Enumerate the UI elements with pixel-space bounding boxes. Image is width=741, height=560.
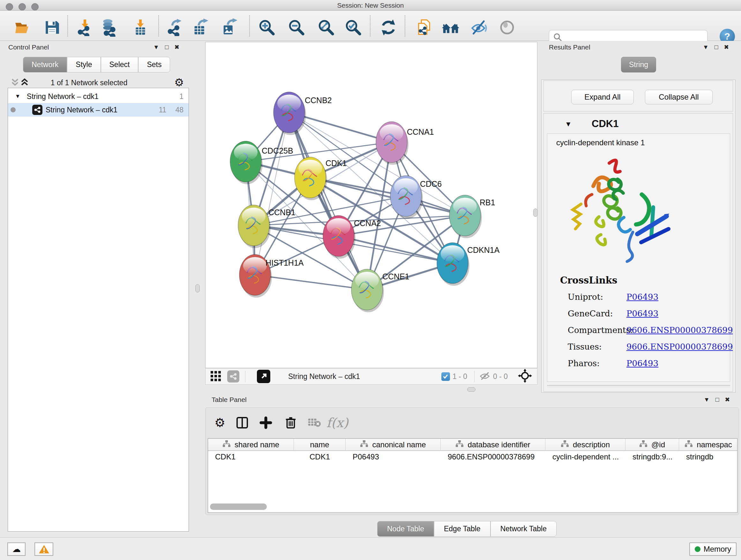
node-label-CCNA2: CCNA2 <box>354 219 381 228</box>
add-column-icon[interactable] <box>259 415 273 430</box>
edge-CCNB2-HIST1H1A[interactable] <box>255 112 289 275</box>
panel-close-icon[interactable]: ✖ <box>725 396 730 402</box>
results-panel-buttons: ▼ □ ✖ <box>703 44 729 50</box>
node-label-CCNB2: CCNB2 <box>305 96 332 105</box>
tab-sets[interactable]: Sets <box>138 57 170 72</box>
node-RB1[interactable]: RB1 <box>449 195 495 238</box>
search-input[interactable] <box>564 33 707 42</box>
crosslink-link[interactable]: P06493 <box>626 292 658 302</box>
tab-select[interactable]: Select <box>101 57 138 72</box>
network-row-selected[interactable]: String Network – cdk1 11 48 <box>8 103 189 117</box>
column-header-namespac[interactable]: namespac <box>679 439 738 451</box>
network-collection-row[interactable]: ▼ String Network – cdk1 1 <box>8 90 189 103</box>
network-canvas[interactable]: CCNB2CCNA1CDC25BCDK1CDC6RB1CCNB1CCNA2CDK… <box>205 42 537 368</box>
panel-menu-icon[interactable]: ▼ <box>704 396 710 402</box>
panel-close-icon[interactable]: ✖ <box>724 44 729 50</box>
right-splitter-handle[interactable] <box>533 208 538 217</box>
node-table[interactable]: shared namenamecanonical namedatabase id… <box>208 438 738 513</box>
node-CDKN1A[interactable]: CDKN1A <box>437 243 500 286</box>
table-row[interactable]: CDK1CDK1P064939606.ENSP00000378699cyclin… <box>208 451 738 463</box>
node-HIST1H1A[interactable]: HIST1H1A <box>239 254 304 298</box>
column-header-description[interactable]: description <box>545 439 625 451</box>
node-CCNA2[interactable]: CCNA2 <box>323 215 381 259</box>
node-CCNA1[interactable]: CCNA1 <box>376 122 434 165</box>
panel-menu-icon[interactable]: ▼ <box>153 44 159 50</box>
crosslink-link[interactable]: 9606.ENSP00000378699 <box>626 325 733 335</box>
network-overview-icon[interactable] <box>227 370 239 382</box>
import-network-file-icon[interactable] <box>76 18 94 37</box>
column-header-canonical-name[interactable]: canonical name <box>346 439 441 451</box>
left-splitter-handle[interactable] <box>195 284 200 293</box>
import-table-file-icon[interactable] <box>131 18 150 37</box>
network-collection-label: String Network – cdk1 <box>27 92 98 101</box>
protein-section-header[interactable]: ▼ CDK1 <box>544 114 733 133</box>
panel-float-icon[interactable]: □ <box>715 44 718 50</box>
panel-menu-icon[interactable]: ▼ <box>703 44 709 50</box>
collapse-all-button[interactable]: Collapse All <box>645 90 713 105</box>
duplicate-network-icon[interactable] <box>415 18 433 37</box>
panel-float-icon[interactable]: □ <box>716 396 719 402</box>
table-cell[interactable]: stringdb <box>679 451 738 463</box>
tab-node-table[interactable]: Node Table <box>377 521 434 537</box>
crosslink-link[interactable]: P06493 <box>626 359 658 368</box>
zoom-selected-icon[interactable] <box>344 18 362 37</box>
hidden-items-eye-icon[interactable] <box>479 371 490 382</box>
fit-selected-crosshair-icon[interactable] <box>518 369 532 384</box>
zoom-fit-content-icon[interactable] <box>317 18 335 37</box>
collapse-arrow-icon[interactable]: ▼ <box>15 93 20 100</box>
horizontal-scrollbar[interactable] <box>210 503 267 510</box>
table-cell[interactable]: CDK1 <box>294 451 346 463</box>
warning-icon[interactable] <box>35 543 53 556</box>
panel-float-icon[interactable]: □ <box>165 44 169 50</box>
home-icon[interactable] <box>441 18 460 37</box>
table-cell[interactable]: 9606.ENSP00000378699 <box>441 451 545 463</box>
table-cell[interactable]: cyclin-dependent ... <box>545 451 625 463</box>
column-header-shared-name[interactable]: shared name <box>208 439 294 451</box>
memory-status-dot <box>695 546 700 552</box>
import-network-database-icon[interactable] <box>99 18 118 37</box>
edge-CCNA2-CDKN1A[interactable] <box>339 236 453 263</box>
refresh-layout-icon[interactable] <box>379 18 398 37</box>
tab-network[interactable]: Network <box>23 57 67 72</box>
zoom-in-icon[interactable] <box>258 18 276 37</box>
node-CCNB1[interactable]: CCNB1 <box>238 205 295 248</box>
show-hide-graphic-details-icon[interactable] <box>470 18 488 37</box>
network-options-gear-icon[interactable]: ⚙ <box>174 76 184 89</box>
column-header-database-identifier[interactable]: database identifier <box>441 439 545 451</box>
show-columns-icon[interactable] <box>235 415 250 430</box>
table-cell[interactable]: CDK1 <box>208 451 294 463</box>
protein-description: cyclin-dependent kinase 1 <box>556 138 645 147</box>
zoom-out-icon[interactable] <box>287 18 306 37</box>
cloud-status-icon[interactable]: ☁ <box>7 543 25 556</box>
tab-style[interactable]: Style <box>67 57 100 72</box>
tab-string[interactable]: String <box>621 57 656 72</box>
tab-network-table[interactable]: Network Table <box>490 521 556 537</box>
table-cell[interactable]: stringdb:9... <box>625 451 679 463</box>
table-cell[interactable]: P06493 <box>346 451 441 463</box>
export-image-icon[interactable] <box>220 18 239 37</box>
selected-nodes-checkbox[interactable] <box>441 372 450 381</box>
network-graph[interactable]: CCNB2CCNA1CDC25BCDK1CDC6RB1CCNB1CCNA2CDK… <box>205 42 537 368</box>
node-CCNE1[interactable]: CCNE1 <box>351 269 409 312</box>
export-network-icon[interactable] <box>165 18 184 37</box>
crosslink-link[interactable]: 9606.ENSP00000378699 <box>626 342 733 352</box>
export-table-icon[interactable] <box>192 18 210 37</box>
node-CCNB2[interactable]: CCNB2 <box>273 92 332 135</box>
node-CDC25B[interactable]: CDC25B <box>230 141 293 184</box>
memory-button[interactable]: Memory <box>689 543 737 556</box>
crosslink-link[interactable]: P06493 <box>626 309 658 318</box>
open-session-icon[interactable] <box>13 18 31 37</box>
table-options-gear-icon[interactable]: ⚙ <box>212 415 227 430</box>
bottom-splitter-handle[interactable] <box>467 387 475 392</box>
tab-edge-table[interactable]: Edge Table <box>434 521 490 537</box>
function-builder-icon: f(x) <box>330 415 345 430</box>
grid-view-icon[interactable] <box>210 370 222 383</box>
column-header-name[interactable]: name <box>294 439 346 451</box>
save-session-icon[interactable] <box>43 18 61 37</box>
expand-all-button[interactable]: Expand All <box>571 90 634 105</box>
delete-column-trash-icon[interactable] <box>283 415 298 430</box>
panel-close-icon[interactable]: ✖ <box>174 44 179 50</box>
collapse-arrow-icon[interactable]: ▼ <box>565 120 572 128</box>
detach-view-icon[interactable] <box>257 370 270 383</box>
column-header-@id[interactable]: @id <box>625 439 679 451</box>
